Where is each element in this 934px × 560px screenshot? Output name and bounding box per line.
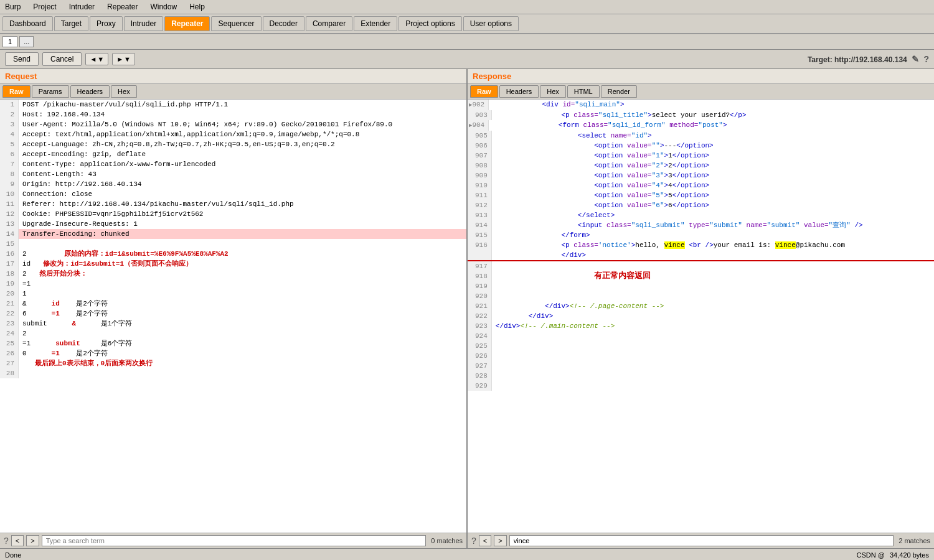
tab-dashboard[interactable]: Dashboard xyxy=(2,16,53,31)
line-text: <option value="">---</option> xyxy=(492,141,934,151)
response-line-910: 910 <option value="4">4</option> xyxy=(468,180,934,190)
line-number: 3 xyxy=(0,119,19,129)
request-tab-headers[interactable]: Headers xyxy=(70,85,110,98)
tab-comparer[interactable]: Comparer xyxy=(306,16,352,31)
response-line-923: 923</div><!-- /.main-content --> xyxy=(468,321,934,331)
line-text: Referer: http://192.168.40.134/pikachu-m… xyxy=(19,199,466,209)
menu-project[interactable]: Project xyxy=(31,1,59,12)
request-line-22: 226=1 是2个字符 xyxy=(0,309,466,319)
line-number: 903 xyxy=(468,110,492,120)
line-text: 0=1 是2个字符 xyxy=(19,348,466,358)
line-text: Content-Type: application/x-www-form-url… xyxy=(19,159,466,169)
line-text: submit& 是1个字符 xyxy=(19,319,466,329)
request-search-prev[interactable]: < xyxy=(11,535,24,546)
help-target-icon[interactable]: ? xyxy=(923,54,929,64)
line-text: Origin: http://192.168.40.134 xyxy=(19,179,466,189)
line-number: 916 xyxy=(468,240,492,260)
request-tab-raw[interactable]: Raw xyxy=(2,85,31,98)
line-text xyxy=(492,331,934,341)
line-text xyxy=(492,361,934,371)
response-code-area[interactable]: ▶902 <div id="sqli_main">903 <p class="s… xyxy=(468,100,934,533)
tab-sequencer[interactable]: Sequencer xyxy=(211,16,261,31)
request-line-19: 19=1 xyxy=(0,279,466,289)
status-text: Done xyxy=(5,551,21,559)
line-number: 914 xyxy=(468,220,492,230)
nav-back[interactable]: ◄ ▼ xyxy=(85,53,108,65)
line-number: 921 xyxy=(468,301,492,311)
response-line-918: 918 有正常内容返回 xyxy=(468,271,934,281)
line-text xyxy=(492,341,934,351)
send-button[interactable]: Send xyxy=(5,52,39,66)
request-line-6: 6Accept-Encoding: gzip, deflate xyxy=(0,149,466,159)
line-number: 928 xyxy=(468,371,492,381)
main-tab-bar: Dashboard Target Proxy Intruder Repeater… xyxy=(0,14,934,34)
nav-forward[interactable]: ► ▼ xyxy=(112,53,135,65)
response-line-907: 907 <option value="1">1</option> xyxy=(468,151,934,161)
response-panel: Response Raw Headers Hex HTML Render ▶90… xyxy=(468,69,934,548)
tab-user-options[interactable]: User options xyxy=(463,16,519,31)
tab-decoder[interactable]: Decoder xyxy=(263,16,304,31)
request-line-12: 12Cookie: PHPSESSID=vqnrl5gph1lbi2fj51cr… xyxy=(0,209,466,219)
target-text: Target: http://192.168.40.134 xyxy=(808,55,907,64)
line-text: <p class='notice'>hello, vince <br />you… xyxy=(492,240,934,260)
line-text: 2然后开始分块： xyxy=(19,269,466,279)
response-header: Response xyxy=(468,69,934,84)
tab-extender[interactable]: Extender xyxy=(354,16,397,31)
request-tab-hex[interactable]: Hex xyxy=(111,85,137,98)
response-line-911: 911 <option value="5">5</option> xyxy=(468,190,934,200)
request-line-15: 15 xyxy=(0,239,466,249)
line-text: Content-Length: 43 xyxy=(19,169,466,179)
line-number: 905 xyxy=(468,131,492,141)
response-search-input[interactable] xyxy=(509,535,894,546)
fold-icon[interactable]: ▶ xyxy=(469,102,472,108)
response-line-919: 919 xyxy=(468,281,934,291)
tab-repeater[interactable]: Repeater xyxy=(164,16,210,31)
response-search-next[interactable]: > xyxy=(494,535,506,546)
response-line-916: 916 <p class='notice'>hello, vince <br /… xyxy=(468,240,934,260)
cancel-button[interactable]: Cancel xyxy=(42,52,82,66)
response-line-913: 913 </select> xyxy=(468,210,934,220)
edit-target-icon[interactable]: ✎ xyxy=(912,54,919,64)
request-line-28: 28 xyxy=(0,368,466,378)
response-line-917: 917 xyxy=(468,260,934,271)
response-search-help-icon[interactable]: ? xyxy=(471,536,476,546)
tab-proxy[interactable]: Proxy xyxy=(90,16,123,31)
line-number: 27 xyxy=(0,358,19,368)
dropdown-icon[interactable]: ▼ xyxy=(97,55,104,63)
dropdown-icon[interactable]: ▼ xyxy=(124,55,131,63)
line-text: &id 是2个字符 xyxy=(19,299,466,309)
tab-intruder[interactable]: Intruder xyxy=(124,16,163,31)
request-search-next[interactable]: > xyxy=(26,535,39,546)
line-text: Accept: text/html,application/xhtml+xml,… xyxy=(19,129,466,139)
repeater-tab-new[interactable]: ... xyxy=(19,36,34,47)
response-line-908: 908 <option value="2">2</option> xyxy=(468,161,934,170)
line-number: 19 xyxy=(0,279,19,289)
menu-burp[interactable]: Burp xyxy=(2,1,23,12)
response-tab-hex[interactable]: Hex xyxy=(540,85,566,98)
csdn-label: CSDN @ xyxy=(857,551,885,559)
request-code-area[interactable]: 1POST /pikachu-master/vul/sqli/sqli_id.p… xyxy=(0,100,466,533)
request-search-input[interactable] xyxy=(42,535,427,546)
fold-icon[interactable]: ▶ xyxy=(469,123,472,129)
tab-project-options[interactable]: Project options xyxy=(399,16,461,31)
request-tab-params[interactable]: Params xyxy=(32,85,69,98)
response-tab-render[interactable]: Render xyxy=(601,85,637,98)
response-search-prev[interactable]: < xyxy=(479,535,491,546)
line-text: </div><!-- /.page-content --> xyxy=(492,301,934,311)
repeater-tab-1[interactable]: 1 xyxy=(2,36,17,47)
response-tab-html[interactable]: HTML xyxy=(567,85,600,98)
chevron-left-icon: ◄ xyxy=(90,55,97,63)
menu-window[interactable]: Window xyxy=(148,1,179,12)
request-search-help-icon[interactable]: ? xyxy=(4,536,9,546)
line-number: 13 xyxy=(0,219,19,229)
tab-target[interactable]: Target xyxy=(54,16,88,31)
line-text: =1 xyxy=(19,279,466,289)
menu-intruder[interactable]: Intruder xyxy=(67,1,97,12)
response-line-922: 922 </div> xyxy=(468,311,934,321)
response-tab-raw[interactable]: Raw xyxy=(470,85,498,98)
response-tab-headers[interactable]: Headers xyxy=(499,85,539,98)
menu-help[interactable]: Help xyxy=(187,1,207,12)
menu-repeater[interactable]: Repeater xyxy=(105,1,140,12)
line-text: <option value="6">6</option> xyxy=(492,200,934,210)
response-line-920: 920 xyxy=(468,291,934,301)
